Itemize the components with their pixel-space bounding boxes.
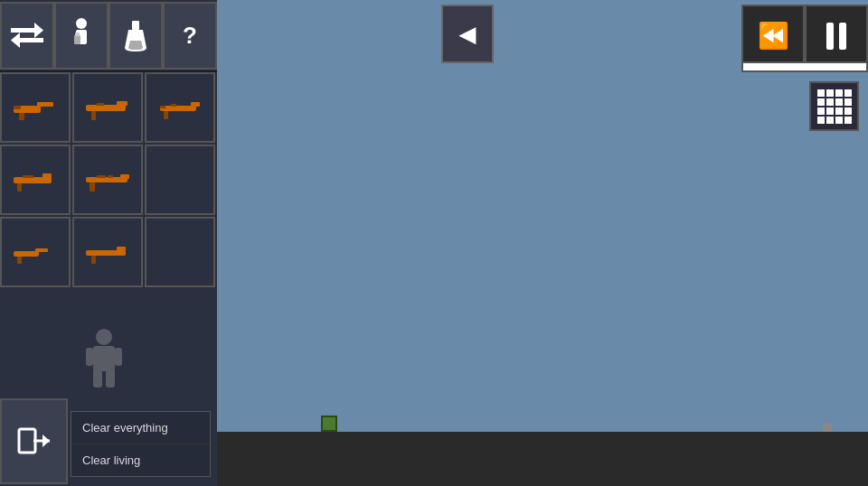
game-entity — [321, 416, 337, 432]
svg-rect-33 — [17, 257, 22, 264]
flask-button[interactable] — [108, 2, 163, 70]
svg-rect-24 — [17, 183, 22, 192]
weapon-cell-8[interactable] — [72, 217, 143, 287]
svg-rect-11 — [19, 113, 24, 120]
toolbar: ? — [0, 0, 217, 72]
left-panel: ? — [0, 0, 217, 486]
grid-toggle-button[interactable] — [809, 81, 859, 131]
svg-rect-19 — [164, 111, 168, 119]
ground — [217, 432, 868, 486]
svg-rect-29 — [97, 175, 106, 178]
clear-everything-button[interactable]: Clear everything — [71, 412, 210, 444]
svg-rect-8 — [132, 21, 139, 30]
game-entity-2 — [823, 423, 832, 432]
weapon-cell-1[interactable] — [0, 72, 71, 143]
svg-rect-41 — [93, 369, 102, 388]
svg-rect-0 — [11, 28, 38, 33]
character-silhouette — [77, 328, 131, 391]
svg-rect-36 — [91, 256, 96, 264]
svg-rect-21 — [160, 106, 165, 108]
weapon-cell-4[interactable] — [0, 145, 71, 215]
svg-point-4 — [76, 18, 87, 29]
weapon-cell-6[interactable] — [145, 145, 215, 215]
svg-rect-22 — [14, 177, 52, 183]
clear-living-button[interactable]: Clear living — [71, 444, 210, 476]
svg-marker-1 — [34, 23, 43, 38]
svg-rect-38 — [93, 346, 115, 371]
svg-rect-13 — [86, 105, 126, 111]
svg-rect-46 — [826, 23, 834, 50]
bottom-left-area: Clear everything Clear living — [0, 396, 217, 486]
svg-marker-45 — [42, 435, 50, 447]
svg-rect-16 — [97, 103, 104, 106]
svg-rect-27 — [120, 174, 129, 179]
weapon-cell-9[interactable] — [145, 217, 215, 287]
back-button[interactable]: ◀ — [441, 5, 494, 63]
speed-bar-container — [741, 61, 868, 72]
svg-rect-47 — [839, 23, 846, 50]
svg-rect-14 — [117, 101, 127, 106]
svg-rect-2 — [16, 38, 43, 42]
top-right-controls: ⏪ — [741, 0, 868, 68]
game-area: ◀ ⏪ — [217, 0, 868, 486]
svg-rect-35 — [117, 247, 126, 251]
weapon-grid — [0, 72, 217, 289]
svg-rect-39 — [86, 348, 93, 366]
svg-rect-15 — [91, 111, 96, 120]
svg-marker-3 — [11, 33, 20, 48]
svg-rect-42 — [106, 369, 115, 388]
svg-rect-20 — [171, 104, 176, 107]
svg-point-37 — [96, 329, 112, 345]
svg-rect-25 — [23, 175, 33, 178]
help-button[interactable]: ? — [163, 2, 217, 70]
svg-rect-32 — [35, 248, 48, 252]
weapon-cell-7[interactable] — [0, 217, 71, 287]
svg-rect-18 — [191, 102, 200, 107]
svg-rect-43 — [19, 429, 35, 453]
speed-bar — [743, 63, 866, 70]
svg-rect-12 — [14, 106, 21, 109]
character-button[interactable] — [54, 2, 108, 70]
svg-rect-6 — [74, 35, 80, 44]
grid-icon — [817, 89, 852, 124]
weapon-cell-2[interactable] — [72, 72, 143, 143]
svg-rect-30 — [108, 175, 113, 178]
svg-rect-40 — [115, 348, 122, 366]
pause-button[interactable] — [805, 5, 868, 68]
svg-rect-28 — [90, 182, 95, 192]
rewind-button[interactable]: ⏪ — [741, 5, 805, 68]
svg-rect-10 — [37, 102, 53, 107]
weapon-cell-5[interactable] — [72, 145, 143, 215]
weapon-cell-3[interactable] — [145, 72, 215, 143]
exit-button[interactable] — [0, 398, 68, 484]
context-menu: Clear everything Clear living — [71, 411, 211, 477]
swap-button[interactable] — [0, 2, 54, 70]
svg-rect-7 — [75, 33, 80, 36]
svg-rect-23 — [42, 173, 52, 178]
svg-rect-31 — [14, 251, 39, 257]
